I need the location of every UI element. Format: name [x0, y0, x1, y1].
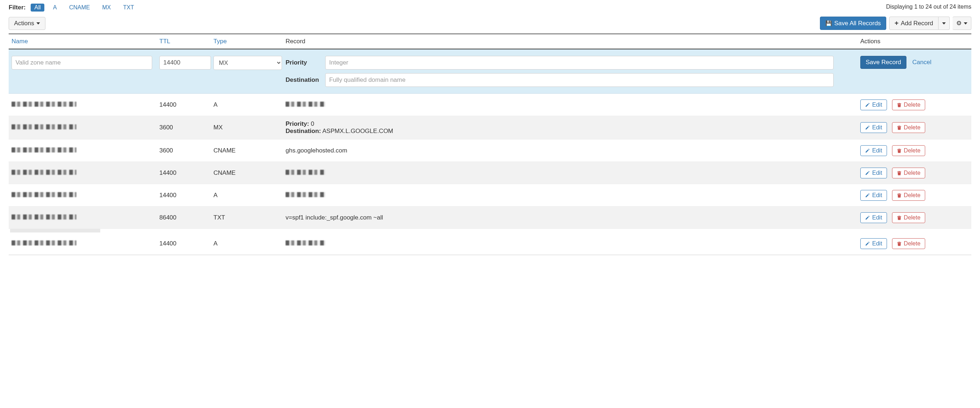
destination-input[interactable] — [325, 73, 834, 87]
delete-label: Delete — [904, 102, 921, 108]
cell-record — [286, 101, 860, 108]
table-row: 86400TXTv=spf1 include:_spf.google.com ~… — [9, 206, 971, 229]
name-input[interactable] — [11, 56, 152, 70]
col-type[interactable]: Type — [213, 38, 286, 45]
destination-label: Destination: — [286, 128, 321, 135]
filter-opt-txt[interactable]: TXT — [119, 3, 137, 11]
add-record-button[interactable]: Add Record — [889, 17, 939, 30]
ttl-input[interactable] — [159, 56, 211, 70]
obscured-text — [11, 124, 76, 129]
priority-input[interactable] — [325, 56, 834, 70]
delete-label: Delete — [904, 170, 921, 176]
cell-record: v=spf1 include:_spf.google.com ~all — [286, 214, 860, 221]
destination-label: Destination — [286, 76, 325, 84]
cell-type: CNAME — [213, 170, 286, 176]
pencil-icon — [865, 193, 870, 198]
filter-label: Filter: — [9, 4, 25, 11]
col-ttl[interactable]: TTL — [159, 38, 213, 45]
settings-dropdown[interactable] — [953, 17, 971, 30]
col-actions: Actions — [860, 38, 969, 45]
save-record-button[interactable]: Save Record — [860, 56, 907, 69]
cell-type: A — [213, 101, 286, 108]
type-select[interactable]: MX — [213, 56, 282, 70]
cell-ttl: 3600 — [159, 147, 213, 154]
delete-label: Delete — [904, 124, 921, 131]
trash-icon — [897, 125, 902, 130]
obscured-text — [11, 192, 76, 197]
cell-name — [11, 240, 159, 247]
delete-button[interactable]: Delete — [892, 212, 925, 223]
trash-icon — [897, 102, 902, 107]
delete-button[interactable]: Delete — [892, 122, 925, 133]
edit-button[interactable]: Edit — [860, 238, 887, 249]
delete-button[interactable]: Delete — [892, 168, 925, 178]
add-record-label: Add Record — [900, 20, 933, 27]
save-icon — [825, 20, 832, 27]
caret-down-icon — [964, 22, 967, 24]
cancel-link[interactable]: Cancel — [912, 59, 931, 66]
cell-actions: Edit Delete — [860, 190, 969, 201]
pencil-icon — [865, 102, 870, 107]
obscured-text — [11, 214, 76, 219]
pencil-icon — [865, 215, 870, 220]
cell-ttl: 14400 — [159, 101, 213, 108]
filter-opt-cname[interactable]: CNAME — [65, 3, 94, 11]
delete-button[interactable]: Delete — [892, 190, 925, 201]
pencil-icon — [865, 241, 870, 246]
dns-records-table: Name TTL Type Record Actions MX Priority… — [9, 33, 971, 255]
filter-group: Filter: All A CNAME MX TXT — [9, 3, 138, 11]
cell-ttl: 14400 — [159, 240, 213, 247]
cell-actions: Edit Delete — [860, 122, 969, 133]
delete-button[interactable]: Delete — [892, 238, 925, 249]
actions-dropdown[interactable]: Actions — [9, 17, 45, 30]
obscured-text — [11, 240, 76, 246]
delete-label: Delete — [904, 240, 921, 247]
priority-label: Priority — [286, 59, 325, 66]
plus-icon — [894, 19, 899, 27]
gear-icon — [956, 19, 962, 27]
trash-icon — [897, 241, 902, 246]
caret-down-icon — [37, 22, 40, 24]
add-record-dropdown[interactable] — [939, 17, 950, 30]
table-row: 14400A Edit Delete — [9, 94, 971, 116]
obscured-text — [286, 170, 325, 175]
edit-label: Edit — [872, 124, 882, 131]
filter-opt-all[interactable]: All — [31, 3, 45, 11]
delete-label: Delete — [904, 192, 921, 198]
cell-ttl: 86400 — [159, 214, 213, 221]
edit-label: Edit — [872, 192, 882, 198]
delete-button[interactable]: Delete — [892, 100, 925, 110]
obscured-text — [286, 240, 325, 246]
edit-button[interactable]: Edit — [860, 122, 887, 133]
save-all-records-button[interactable]: Save All Records — [820, 17, 886, 30]
cell-record — [286, 240, 860, 247]
table-row: 14400CNAME Edit Delete — [9, 162, 971, 184]
obscured-text — [286, 102, 325, 107]
cell-record: ghs.googlehosted.com — [286, 147, 860, 154]
cell-ttl: 14400 — [159, 192, 213, 199]
priority-label: Priority: — [286, 121, 309, 127]
table-row: 3600MXPriority: 0Destination: ASPMX.L.GO… — [9, 116, 971, 140]
cell-actions: Edit Delete — [860, 238, 969, 249]
new-record-row: MX Priority Destination Save Record Canc… — [9, 49, 971, 94]
col-name[interactable]: Name — [11, 38, 159, 45]
edit-button[interactable]: Edit — [860, 168, 887, 178]
cell-name — [11, 170, 159, 176]
edit-button[interactable]: Edit — [860, 212, 887, 223]
delete-label: Delete — [904, 148, 921, 154]
priority-value: 0 — [311, 121, 314, 127]
cell-record — [286, 192, 860, 199]
filter-opt-mx[interactable]: MX — [99, 3, 114, 11]
edit-button[interactable]: Edit — [860, 100, 887, 110]
trash-icon — [897, 215, 902, 220]
edit-label: Edit — [872, 240, 882, 247]
edit-button[interactable]: Edit — [860, 145, 887, 156]
filter-opt-a[interactable]: A — [49, 3, 60, 11]
edit-label: Edit — [872, 102, 882, 108]
delete-button[interactable]: Delete — [892, 145, 925, 156]
edit-button[interactable]: Edit — [860, 190, 887, 201]
table-row: 14400A Edit Delete — [9, 184, 971, 206]
caret-down-icon — [942, 22, 946, 24]
edit-label: Edit — [872, 214, 882, 221]
cell-actions: Edit Delete — [860, 100, 969, 110]
